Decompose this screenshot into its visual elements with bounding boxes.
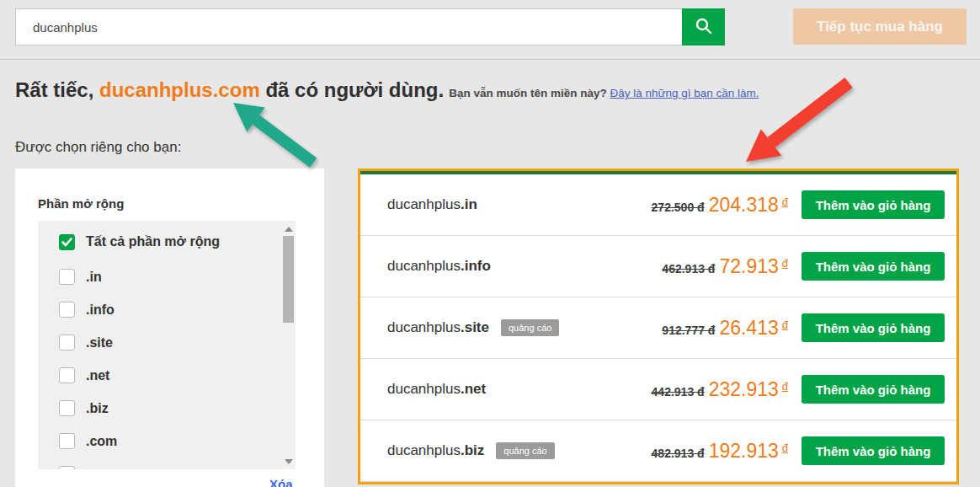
domain-base: ducanhplus bbox=[387, 319, 461, 335]
search-button[interactable] bbox=[682, 8, 725, 45]
domain-base: ducanhplus bbox=[387, 258, 461, 274]
taken-domain-headline: Rất tiếc, ducanhplus.com đã có người dùn… bbox=[15, 78, 759, 102]
magnifier-icon bbox=[695, 17, 713, 38]
old-price: 462.913 đ bbox=[662, 262, 715, 276]
result-domain: ducanhplus.net bbox=[387, 381, 486, 398]
add-to-cart-button[interactable]: Thêm vào giỏ hàng bbox=[802, 190, 945, 219]
currency-symbol: đ bbox=[782, 195, 788, 208]
add-to-cart-button[interactable]: Thêm vào giỏ hàng bbox=[802, 252, 945, 281]
top-search-bar: Tiếp tục mua hàng bbox=[0, 0, 980, 60]
scroll-up-icon[interactable] bbox=[285, 227, 293, 232]
domain-base: ducanhplus bbox=[387, 442, 461, 458]
price-block: 912.777 đ 26.413 đ bbox=[662, 317, 788, 340]
filter-item-site[interactable]: .site bbox=[59, 326, 296, 359]
result-row-ducanhplus-biz: ducanhplus.biz quảng cáo 482.913 đ 192.9… bbox=[360, 420, 956, 482]
price-block: 462.913 đ 72.913 đ bbox=[662, 255, 788, 278]
checkbox-icon[interactable] bbox=[59, 433, 75, 449]
result-domain: ducanhplus.site bbox=[387, 319, 489, 336]
clear-filters-link[interactable]: Xóa bbox=[269, 477, 293, 487]
result-domain: ducanhplus.in bbox=[387, 196, 477, 213]
filter-item-label: .site bbox=[86, 335, 113, 351]
headline-suffix: đã có người dùng. bbox=[260, 78, 444, 101]
filter-item-label: .com bbox=[86, 434, 117, 449]
ad-badge: quảng cáo bbox=[501, 319, 559, 336]
domain-tld: .site bbox=[461, 319, 489, 335]
result-domain: ducanhplus.info bbox=[387, 258, 491, 275]
sale-price: 192.913 bbox=[709, 440, 779, 463]
scroll-down-icon[interactable] bbox=[285, 459, 293, 464]
filter-item-label: .in bbox=[86, 270, 102, 285]
continue-shopping-button[interactable]: Tiếp tục mua hàng bbox=[793, 8, 967, 45]
checkbox-icon[interactable] bbox=[59, 466, 75, 469]
old-price: 912.777 đ bbox=[662, 324, 715, 337]
checkbox-icon[interactable] bbox=[59, 302, 75, 318]
picked-for-you-label: Được chọn riêng cho bạn: bbox=[15, 139, 181, 156]
checkbox-icon[interactable] bbox=[59, 334, 75, 351]
currency-symbol: đ bbox=[782, 257, 788, 270]
sale-price: 232.913 bbox=[709, 378, 779, 401]
filter-item-net[interactable]: .net bbox=[59, 359, 296, 392]
price-block: 272.500 đ 204.318 đ bbox=[652, 194, 788, 217]
result-row-ducanhplus-in: ducanhplus.in 272.500 đ 204.318 đ Thêm v… bbox=[360, 174, 956, 236]
checkbox-icon[interactable] bbox=[59, 269, 75, 285]
currency-symbol: đ bbox=[782, 442, 788, 454]
add-to-cart-button[interactable]: Thêm vào giỏ hàng bbox=[802, 375, 945, 404]
add-to-cart-button[interactable]: Thêm vào giỏ hàng bbox=[802, 313, 945, 342]
what-to-do-link[interactable]: Đây là những gì bạn cần làm. bbox=[610, 87, 759, 99]
domain-search bbox=[15, 8, 725, 45]
teal-arrow-icon bbox=[233, 103, 313, 163]
filter-item-label: .net bbox=[86, 368, 109, 383]
checkbox-icon[interactable] bbox=[59, 400, 75, 416]
filter-item-label: .info bbox=[86, 302, 115, 318]
old-price: 272.500 đ bbox=[652, 201, 705, 214]
extension-filter-panel: Phần mở rộng Tất cả phần mở rộng .in .in… bbox=[15, 169, 324, 487]
filter-item-biz[interactable]: .biz bbox=[59, 392, 296, 425]
domain-tld: .in bbox=[461, 196, 477, 212]
currency-symbol: đ bbox=[782, 318, 788, 331]
extension-filter-list: Tất cả phần mở rộng .in .info .site .net… bbox=[38, 221, 296, 469]
domain-tld: .biz bbox=[461, 442, 484, 458]
domain-tld: .info bbox=[461, 258, 491, 274]
checkbox-checked-icon[interactable] bbox=[59, 234, 75, 250]
search-input[interactable] bbox=[15, 8, 682, 45]
domain-base: ducanhplus bbox=[387, 381, 461, 397]
checkbox-icon[interactable] bbox=[59, 367, 75, 383]
filter-list-scrollbar[interactable] bbox=[281, 221, 296, 469]
filter-title: Phần mở rộng bbox=[38, 196, 124, 211]
ad-badge: quảng cáo bbox=[496, 442, 554, 459]
filter-item-com[interactable]: .com bbox=[59, 425, 296, 458]
filter-item-label: .biz bbox=[86, 401, 109, 416]
old-price: 482.913 đ bbox=[652, 447, 705, 460]
filter-item-label: Tất cả phần mở rộng bbox=[86, 234, 220, 249]
taken-domain-name: ducanhplus.com bbox=[99, 78, 260, 101]
currency-symbol: đ bbox=[782, 380, 788, 393]
domain-base: ducanhplus bbox=[387, 196, 461, 212]
old-price: 442.913 đ bbox=[652, 385, 705, 399]
filter-item-all-extensions[interactable]: Tất cả phần mở rộng bbox=[59, 223, 296, 260]
add-to-cart-button[interactable]: Thêm vào giỏ hàng bbox=[802, 436, 945, 465]
filter-item-in[interactable]: .in bbox=[59, 260, 296, 293]
headline-prefix: Rất tiếc, bbox=[15, 78, 99, 101]
scrollbar-thumb[interactable] bbox=[283, 236, 294, 323]
red-arrow-icon bbox=[746, 83, 849, 162]
price-block: 482.913 đ 192.913 đ bbox=[652, 440, 788, 463]
filter-item-partial[interactable] bbox=[59, 458, 296, 469]
result-row-ducanhplus-net: ducanhplus.net 442.913 đ 232.913 đ Thêm … bbox=[360, 359, 956, 420]
sale-price: 72.913 bbox=[719, 255, 778, 278]
price-block: 442.913 đ 232.913 đ bbox=[652, 378, 788, 401]
sale-price: 26.413 bbox=[719, 317, 778, 340]
headline-question: Bạn vẫn muốn tên miền này? bbox=[449, 87, 610, 99]
domain-results-panel: ducanhplus.in 272.500 đ 204.318 đ Thêm v… bbox=[358, 169, 959, 484]
sale-price: 204.318 bbox=[709, 194, 779, 217]
domain-tld: .net bbox=[461, 381, 486, 397]
filter-item-info[interactable]: .info bbox=[59, 293, 296, 326]
result-row-ducanhplus-info: ducanhplus.info 462.913 đ 72.913 đ Thêm … bbox=[360, 236, 956, 297]
result-domain: ducanhplus.biz bbox=[387, 442, 484, 459]
result-row-ducanhplus-site: ducanhplus.site quảng cáo 912.777 đ 26.4… bbox=[360, 297, 956, 359]
